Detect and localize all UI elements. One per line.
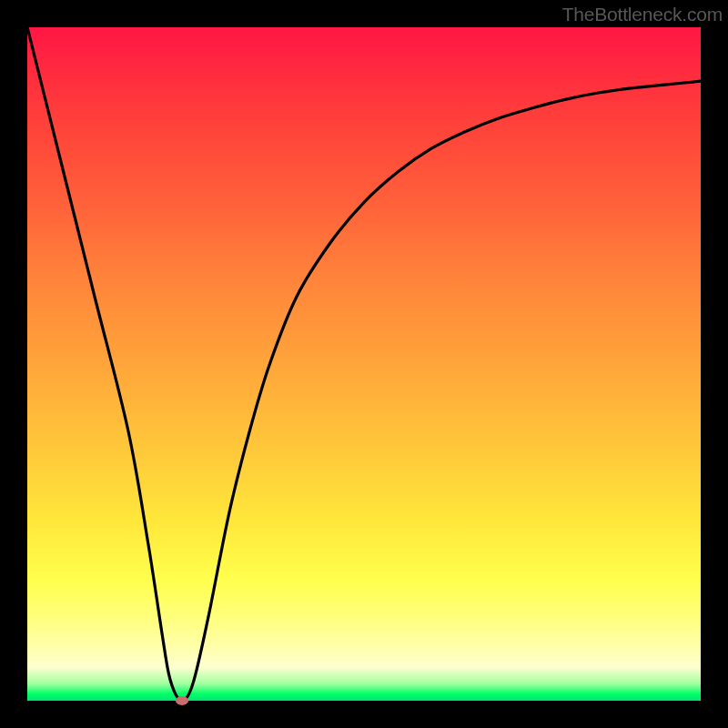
watermark-text: TheBottleneck.com: [562, 4, 723, 25]
plot-area: [27, 27, 701, 701]
optimum-marker: [176, 696, 188, 705]
bottleneck-curve: [27, 27, 701, 701]
chart-frame: TheBottleneck.com: [0, 0, 728, 728]
